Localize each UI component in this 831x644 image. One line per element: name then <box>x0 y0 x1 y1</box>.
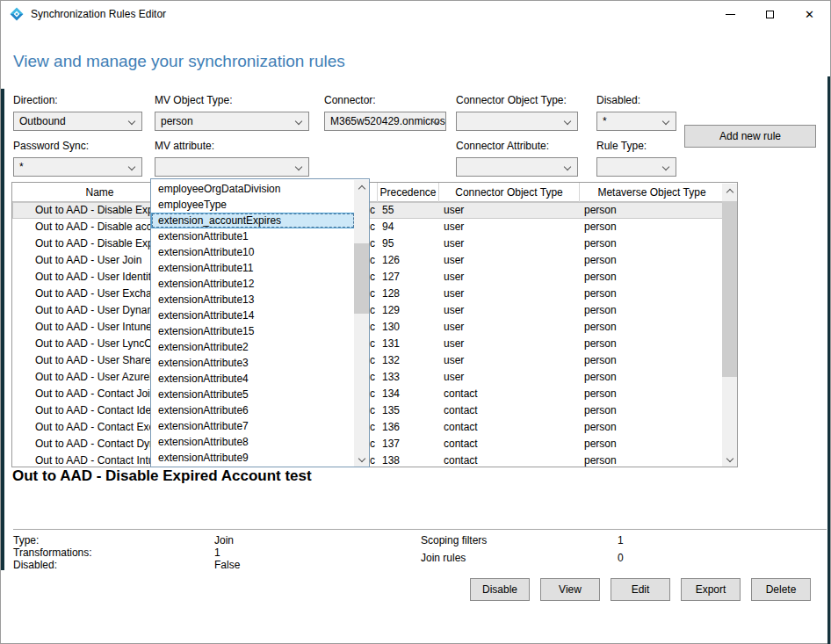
metaverse-object-type-cell: person <box>584 452 720 467</box>
dropdown-item[interactable]: extensionAttribute4 <box>151 371 355 387</box>
dropdown-item[interactable]: extensionAttribute6 <box>151 402 355 418</box>
table-row[interactable]: Out to AAD - User Identityc127userperson <box>12 269 737 286</box>
dropdown-item[interactable]: extension_accountExpires <box>151 213 355 228</box>
connector-cell-sliver: c <box>370 369 379 386</box>
dropdown-item[interactable]: extensionAttribute11 <box>151 260 355 276</box>
connector-object-type-select[interactable] <box>456 112 578 131</box>
connector-cell-sliver: c <box>370 386 379 402</box>
connector-cell-sliver: c <box>370 436 379 452</box>
dropdown-item[interactable]: extensionAttribute12 <box>151 276 355 292</box>
dropdown-vertical-scrollbar[interactable] <box>354 180 369 467</box>
disable-button[interactable]: Disable <box>470 578 530 601</box>
table-row[interactable]: Out to AAD - Contact Intunec138contactpe… <box>12 452 737 467</box>
connector-attribute-select[interactable] <box>456 157 578 177</box>
table-row[interactable]: Out to AAD - User Intunec130userperson <box>12 319 737 336</box>
precedence-cell: 135 <box>382 402 435 419</box>
scrollbar-thumb[interactable] <box>354 243 369 314</box>
type-value: Join <box>214 534 234 546</box>
password-sync-select[interactable]: * <box>13 157 142 177</box>
table-row[interactable]: Out to AAD - User SharePointOnc132userpe… <box>12 352 737 369</box>
dropdown-item[interactable]: extensionAttribute9 <box>151 450 355 466</box>
table-row[interactable]: Out to AAD - User DynamicsCRMc129userper… <box>12 302 737 319</box>
add-new-rule-button[interactable]: Add new rule <box>684 125 816 148</box>
chevron-down-icon <box>295 118 302 125</box>
table-row[interactable]: Out to AAD - User Joinc126userperson <box>12 252 737 269</box>
table-row[interactable]: Out to AAD - Contact Dynamicsc137contact… <box>12 436 737 452</box>
table-row[interactable]: Out to AAD - User ExchangeOnlc128userper… <box>12 286 737 302</box>
view-button[interactable]: View <box>540 578 600 601</box>
dropdown-item[interactable]: extensionAttribute10 <box>151 244 355 260</box>
dropdown-item[interactable]: extensionAttribute5 <box>151 387 355 402</box>
dropdown-item[interactable]: extensionAttribute3 <box>151 355 355 371</box>
edit-button[interactable]: Edit <box>611 578 670 601</box>
disabled-value: False <box>214 559 240 571</box>
dropdown-item[interactable]: extensionAttribute15 <box>151 323 355 339</box>
table-row[interactable]: Out to AAD - Disable Expired Acc95userpe… <box>12 235 737 252</box>
dropdown-item[interactable]: extensionAttribute1 <box>151 228 355 244</box>
dropdown-item[interactable]: extensionAttribute14 <box>151 308 355 323</box>
close-button[interactable]: ✕ <box>790 1 829 27</box>
join-rules-value: 0 <box>618 552 624 564</box>
delete-button[interactable]: Delete <box>751 578 811 601</box>
connector-cell-sliver: c <box>370 286 379 302</box>
mv-object-type-select[interactable]: person <box>155 112 309 131</box>
scroll-down-icon[interactable] <box>722 452 737 467</box>
table-header: Name Precedence Connector Object Type Me… <box>12 183 737 202</box>
direction-select[interactable]: Outbound <box>13 112 142 131</box>
precedence-cell: 55 <box>382 202 435 219</box>
direction-label: Direction: <box>13 94 142 106</box>
table-vertical-scrollbar[interactable] <box>722 184 737 467</box>
table-row[interactable]: Out to AAD - Disable Expired Acc55userpe… <box>12 202 737 219</box>
scroll-up-icon[interactable] <box>354 180 369 195</box>
mv-attribute-dropdown-list: employeeOrgDataDivisionemployeeTypeexten… <box>151 181 355 466</box>
column-header-precedence[interactable]: Precedence <box>378 183 439 202</box>
metaverse-object-type-cell: person <box>584 386 720 402</box>
connector-object-type-cell: contact <box>444 419 575 436</box>
precedence-cell: 128 <box>382 286 435 302</box>
disabled-filter-select[interactable]: * <box>596 112 676 131</box>
table-row[interactable]: Out to AAD - Disable accounts wc94userpe… <box>12 219 737 235</box>
dropdown-item[interactable]: extensionAttribute13 <box>151 292 355 308</box>
connector-cell-sliver: c <box>370 452 379 467</box>
rule-type-label: Rule Type: <box>596 140 676 152</box>
dropdown-item[interactable]: extensionAttribute8 <box>151 434 355 450</box>
password-sync-value: * <box>19 161 24 173</box>
dropdown-item[interactable]: extensionAttribute2 <box>151 339 355 355</box>
metaverse-object-type-cell: person <box>584 252 720 269</box>
mv-attribute-select[interactable] <box>155 157 309 177</box>
dropdown-item[interactable]: employeeType <box>151 197 355 213</box>
scroll-down-icon[interactable] <box>354 452 369 467</box>
minimize-button[interactable] <box>711 1 750 27</box>
maximize-button[interactable] <box>750 1 790 27</box>
scoping-filters-label: Scoping filters <box>421 534 487 546</box>
table-row[interactable]: Out to AAD - User LyncOnlinec131userpers… <box>12 336 737 352</box>
type-label: Type: <box>13 534 39 546</box>
connector-object-type-cell: user <box>444 369 575 386</box>
scrollbar-thumb[interactable] <box>722 201 737 377</box>
join-rules-label: Join rules <box>421 552 466 564</box>
export-button[interactable]: Export <box>681 578 741 601</box>
connector-cell-sliver: c <box>370 419 379 436</box>
rule-type-select[interactable] <box>596 157 676 177</box>
precedence-cell: 134 <box>382 386 435 402</box>
column-header-metaverse-object-type[interactable]: Metaverse Object Type <box>580 183 724 202</box>
metaverse-object-type-cell: person <box>584 319 720 336</box>
metaverse-object-type-cell: person <box>584 219 720 235</box>
connector-object-type-cell: contact <box>444 452 575 467</box>
chevron-down-icon <box>295 163 302 170</box>
column-header-connector-object-type[interactable]: Connector Object Type <box>439 183 580 202</box>
mv-attribute-label: MV attribute: <box>155 140 309 152</box>
table-row[interactable]: Out to AAD - User AzureRMSc133userperson <box>12 369 737 386</box>
connector-cell-sliver: c <box>370 202 379 219</box>
disabled-filter-label: Disabled: <box>596 94 676 106</box>
transformations-value: 1 <box>214 546 220 559</box>
connector-object-type-cell: user <box>444 235 575 252</box>
table-row[interactable]: Out to AAD - Contact Identityc135contact… <box>12 402 737 419</box>
dropdown-item[interactable]: employeeOrgDataDivision <box>151 181 355 197</box>
table-row[interactable]: Out to AAD - Contact Joinc134contactpers… <box>12 386 737 402</box>
dropdown-item[interactable]: extensionAttribute7 <box>151 418 355 434</box>
connector-select[interactable]: M365w520429.onmicrosc <box>324 112 446 131</box>
table-row[interactable]: Out to AAD - Contact Exchangec136contact… <box>12 419 737 436</box>
scroll-up-icon[interactable] <box>722 184 737 199</box>
password-sync-label: Password Sync: <box>13 140 142 152</box>
